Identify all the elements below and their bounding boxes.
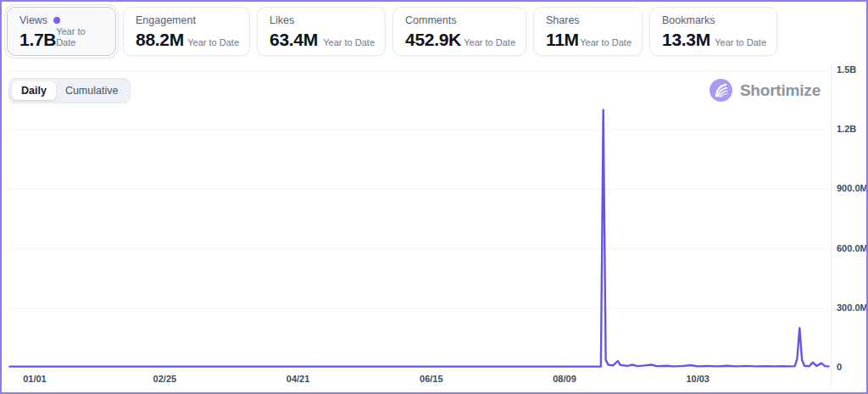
brand-name: Shortimize xyxy=(740,81,821,100)
metric-period: Year to Date xyxy=(56,26,105,48)
metric-card-likes[interactable]: Likes 63.4M Year to Date xyxy=(257,7,386,56)
x-tick-label: 01/01 xyxy=(23,374,47,384)
y-tick-label: 0 xyxy=(837,362,842,372)
series-line-views xyxy=(9,110,828,367)
metric-period: Year to Date xyxy=(464,37,515,48)
metric-label: Bookmarks xyxy=(662,14,766,26)
x-tick-label: 08/09 xyxy=(553,374,576,384)
x-tick-label: 04/21 xyxy=(287,374,310,384)
metric-card-engagement[interactable]: Engagement 88.2M Year to Date xyxy=(123,7,250,56)
y-tick-label: 1.2B xyxy=(837,124,856,134)
metric-card-shares[interactable]: Shares 11M Year to Date xyxy=(533,7,643,56)
metric-value: 11M xyxy=(546,31,579,48)
metric-label: Shares xyxy=(546,14,632,26)
metric-period: Year to Date xyxy=(715,37,766,48)
metric-value: 452.9K xyxy=(405,31,461,48)
metric-value: 1.7B xyxy=(19,31,56,48)
shortimize-logo-icon xyxy=(709,79,732,102)
chart-mode-toggle: Daily Cumulative xyxy=(8,78,131,103)
metric-label: Engagement xyxy=(136,14,239,26)
metric-period: Year to Date xyxy=(323,37,375,48)
metric-card-bookmarks[interactable]: Bookmarks 13.3M Year to Date xyxy=(649,7,777,56)
y-tick-label: 1.5B xyxy=(837,64,856,75)
y-tick-label: 300.0M xyxy=(837,302,868,313)
shortimize-analytics-panel: Views 1.7B Year to Date Engagement 88.2M… xyxy=(0,0,868,394)
metric-value: 63.4M xyxy=(270,31,318,48)
metric-card-views[interactable]: Views 1.7B Year to Date xyxy=(7,7,116,56)
metric-period: Year to Date xyxy=(580,37,632,48)
toggle-cumulative-button[interactable]: Cumulative xyxy=(56,81,128,100)
metric-value: 88.2M xyxy=(136,31,184,48)
chart-plot-area[interactable] xyxy=(8,70,830,368)
metric-label: Likes xyxy=(270,14,375,26)
x-tick-label: 10/03 xyxy=(686,374,709,384)
y-axis-line xyxy=(831,65,832,386)
x-tick-label: 02/25 xyxy=(153,374,177,384)
selected-metric-dot-icon xyxy=(53,17,60,24)
metric-label: Views xyxy=(19,14,105,26)
metric-cards-row: Views 1.7B Year to Date Engagement 88.2M… xyxy=(7,7,777,56)
metric-value: 13.3M xyxy=(662,31,710,48)
metric-card-comments[interactable]: Comments 452.9K Year to Date xyxy=(392,7,526,56)
y-tick-label: 900.0M xyxy=(837,183,868,193)
brand-watermark: Shortimize xyxy=(709,79,821,102)
toggle-daily-button[interactable]: Daily xyxy=(12,81,56,100)
metric-label: Comments xyxy=(405,14,515,26)
y-tick-label: 600.0M xyxy=(837,243,868,253)
x-tick-label: 06/15 xyxy=(420,374,443,384)
metric-period: Year to Date xyxy=(187,37,239,48)
views-line-chart[interactable]: 0300.0M600.0M900.0M1.2B1.5B 01/0102/2504… xyxy=(2,65,866,392)
